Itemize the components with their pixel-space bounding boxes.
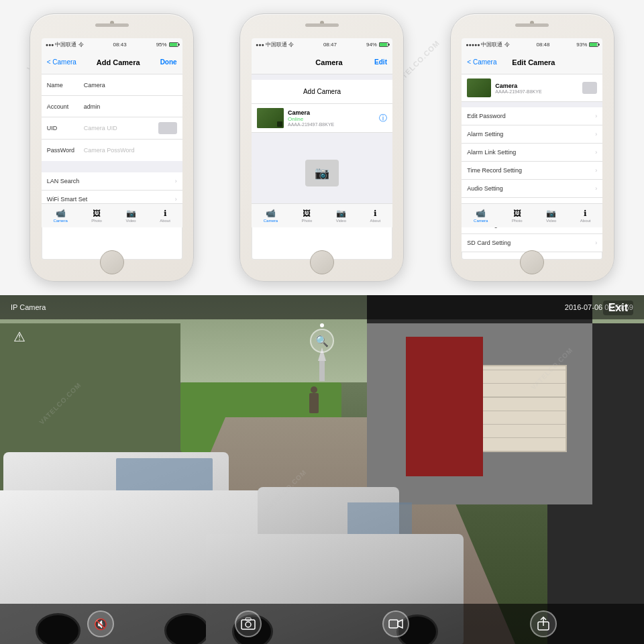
action-lan-search[interactable]: LAN Search › (42, 172, 182, 191)
tab-photo-icon-1: 🖼 (93, 209, 101, 218)
action-lan-label: LAN Search (47, 178, 80, 184)
placeholder-password[interactable]: Camera PossWord (84, 147, 177, 154)
camera-info-icon[interactable]: ⓘ (379, 113, 387, 124)
status-bar-2: ●●● 中国联通 令 08:47 94% (252, 38, 392, 50)
nav-action-2[interactable]: Edit (374, 58, 387, 66)
edit-camera-info: Camera AAAA-219497-B8KYE (495, 83, 578, 94)
carrier-name-1: 中国联通 令 (55, 41, 83, 48)
tab-bar-3: 📹 Camera 🖼 Photo 📷 Video ℹ About (462, 203, 602, 227)
edit-cam-uid: AAAA-219497-B8KYE (495, 89, 578, 94)
status-battery-1: 95% (156, 42, 178, 48)
tab-camera-icon-1: 📹 (56, 209, 66, 218)
battery-pct-3: 93% (576, 42, 587, 48)
time-record-label: Time Record Setting (467, 167, 522, 174)
tab-about-1[interactable]: ℹ About (160, 209, 170, 223)
tab-photo-label-1: Photo (91, 219, 102, 223)
carrier-name-3: 中国联通 令 (481, 41, 509, 48)
tab-about-3[interactable]: ℹ About (580, 209, 591, 223)
battery-pct-2: 94% (366, 42, 377, 48)
nav-title-3: Edit Camera (512, 58, 555, 66)
chevron-ep: › (595, 113, 597, 119)
car (206, 487, 464, 644)
value-name[interactable]: Camera (84, 82, 177, 89)
camera-list-item[interactable]: Camera Online AAAA-219497-B8KYE ⓘ (252, 104, 392, 133)
phone-1: ●●● 中国联通 令 08:43 95% < Camera Add Camera… (30, 13, 194, 282)
tab-camera-3[interactable]: 📹 Camera (474, 209, 488, 223)
tab-photo-3[interactable]: 🖼 Photo (512, 209, 523, 223)
label-account: Account (47, 103, 84, 110)
tab-bar-1: 📹 Camera 🖼 Photo 📷 Video ℹ About (42, 203, 182, 227)
value-account[interactable]: admin (84, 103, 177, 110)
camera-status: Online (288, 116, 379, 122)
tab-video-2[interactable]: 📷 Video (336, 209, 346, 223)
tab-camera-label-2: Camera (264, 219, 278, 223)
edit-password-row[interactable]: Edit Password › (462, 107, 602, 125)
nav-bar-3: < Camera Edit Camera (462, 50, 602, 74)
camera-placeholder-icon: 📷 (305, 160, 339, 186)
chevron-lan: › (175, 178, 177, 184)
chevron-wifi: › (175, 196, 177, 203)
battery-icon-3 (589, 42, 598, 47)
phone-screen-2: ●●● 中国联通 令 08:47 94% Camera Edit Add Cam… (252, 38, 392, 260)
carrier-name-2: 中国联通 令 (266, 41, 294, 48)
tab-video-1[interactable]: 📷 Video (125, 209, 136, 223)
status-carrier-1: ●●● 中国联通 令 (46, 41, 84, 48)
tab-video-3[interactable]: 📷 Video (546, 209, 556, 223)
tab-photo-icon-2: 🖼 (303, 209, 311, 218)
form-row-account: Account admin (42, 96, 182, 117)
alarm-link-row[interactable]: Alarm Link Setting › (462, 144, 602, 162)
pylon (318, 347, 326, 381)
signal-bars-3: ●●●●● (466, 42, 480, 47)
tab-bar-2: 📹 Camera 🖼 Photo 📷 Video ℹ About (252, 203, 392, 227)
time-record-row[interactable]: Time Record Setting › (462, 162, 602, 180)
camera-thumbnail (257, 108, 284, 128)
status-time-3: 08:48 (536, 42, 549, 48)
form-group-1: Name Camera Account admin UID Camera UID… (42, 74, 182, 161)
sd-card-label: SD Card Setting (467, 239, 511, 246)
nav-bar-1: < Camera Add Camera Done (42, 50, 182, 74)
uid-button[interactable] (158, 122, 177, 134)
status-time-2: 08:47 (323, 42, 337, 48)
battery-icon-2 (379, 42, 388, 47)
alarm-setting-row[interactable]: Alarm Setting › (462, 125, 602, 144)
nav-action-1[interactable]: Done (160, 58, 177, 66)
status-bar-1: ●●● 中国联通 令 08:43 95% (42, 38, 182, 50)
tab-photo-2[interactable]: 🖼 Photo (302, 209, 313, 223)
placeholder-uid[interactable]: Camera UID (84, 125, 156, 131)
sd-card-row[interactable]: SD Card Setting › (462, 234, 602, 252)
nav-back-1[interactable]: < Camera (47, 58, 76, 66)
tab-video-icon-3: 📷 (546, 209, 556, 218)
tab-about-icon-3: ℹ (584, 209, 587, 218)
nav-back-3[interactable]: < Camera (467, 58, 496, 66)
chevron-sd: › (595, 239, 597, 246)
camera-scene (0, 295, 644, 644)
status-carrier-2: ●●● 中国联通 令 (256, 41, 294, 48)
tab-camera-icon-2: 📹 (266, 209, 276, 218)
tab-about-label-1: About (160, 219, 170, 223)
status-time-1: 08:43 (113, 42, 127, 48)
chevron-tr: › (595, 167, 597, 174)
battery-icon-1 (169, 42, 178, 47)
tab-camera-1[interactable]: 📹 Camera (53, 209, 67, 223)
camera-name: Camera (288, 109, 379, 116)
edit-password-label: Edit Password (467, 113, 506, 119)
van-wheel-right (164, 613, 209, 644)
tab-about-label-3: About (580, 219, 591, 223)
tab-photo-icon-3: 🖼 (513, 209, 521, 218)
edit-camera-btn[interactable] (582, 82, 597, 94)
tab-photo-label-3: Photo (512, 219, 523, 223)
edit-options-container: Edit Password › Alarm Setting › Alarm Li… (462, 102, 602, 252)
tab-camera-2[interactable]: 📹 Camera (264, 209, 278, 223)
tab-about-2[interactable]: ℹ About (370, 209, 381, 223)
status-carrier-3: ●●●●● 中国联通 令 (466, 41, 509, 48)
add-camera-btn[interactable]: Add Camera (252, 80, 392, 104)
tab-photo-1[interactable]: 🖼 Photo (91, 209, 102, 223)
add-camera-label: Add Camera (303, 88, 341, 95)
action-wifi-label: WiFi Smart Set (47, 196, 88, 203)
edit-cam-name: Camera (495, 83, 578, 89)
phone-speaker-2 (305, 23, 339, 27)
tab-about-label-2: About (370, 219, 381, 223)
audio-setting-row[interactable]: Audio Setting › (462, 180, 602, 198)
phone-3: ●●●●● 中国联通 令 08:48 93% < Camera Edit Cam… (450, 13, 614, 282)
label-uid: UID (47, 125, 84, 131)
